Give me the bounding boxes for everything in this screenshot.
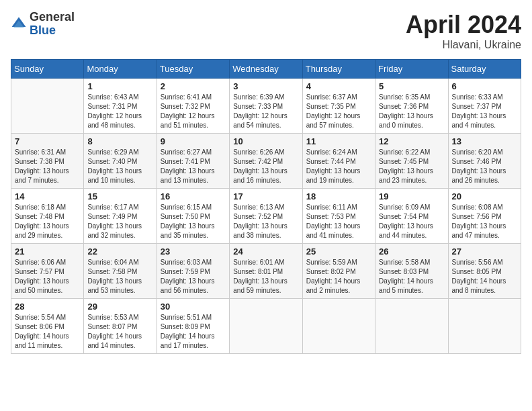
calendar-cell: 26Sunrise: 5:58 AMSunset: 8:03 PMDayligh… [375, 244, 448, 299]
calendar-cell: 9Sunrise: 6:27 AMSunset: 7:41 PMDaylight… [157, 134, 229, 189]
sunset-text: Sunset: 7:59 PM [161, 268, 210, 275]
day-info: Sunrise: 6:39 AMSunset: 7:33 PMDaylight:… [233, 93, 298, 130]
sunrise-text: Sunrise: 6:39 AM [233, 93, 284, 101]
calendar-cell: 16Sunrise: 6:15 AMSunset: 7:50 PMDayligh… [157, 189, 229, 244]
daylight-text: Daylight: 14 hours and 8 minutes. [452, 277, 506, 294]
calendar-cell: 5Sunrise: 6:35 AMSunset: 7:36 PMDaylight… [375, 79, 448, 134]
sunset-text: Sunset: 7:48 PM [15, 213, 64, 220]
daylight-text: Daylight: 13 hours and 7 minutes. [15, 167, 69, 184]
sunrise-text: Sunrise: 6:01 AM [233, 259, 284, 266]
title-location: Hlavani, Ukraine [406, 39, 521, 51]
day-info: Sunrise: 5:53 AMSunset: 8:07 PMDaylight:… [87, 313, 152, 351]
day-info: Sunrise: 5:56 AMSunset: 8:05 PMDaylight:… [452, 258, 517, 295]
logo: General Blue [11, 11, 75, 38]
calendar-cell [230, 299, 302, 354]
sunrise-text: Sunrise: 6:03 AM [161, 259, 212, 266]
calendar-cell: 27Sunrise: 5:56 AMSunset: 8:05 PMDayligh… [448, 244, 521, 299]
calendar-cell: 11Sunrise: 6:24 AMSunset: 7:44 PMDayligh… [302, 134, 375, 189]
calendar-cell: 20Sunrise: 6:08 AMSunset: 7:56 PMDayligh… [448, 189, 521, 244]
sunrise-text: Sunrise: 6:15 AM [161, 203, 212, 211]
sunset-text: Sunset: 8:03 PM [379, 268, 429, 275]
sunset-text: Sunset: 7:46 PM [452, 158, 502, 165]
sunset-text: Sunset: 7:57 PM [15, 268, 64, 275]
calendar-cell: 24Sunrise: 6:01 AMSunset: 8:01 PMDayligh… [230, 244, 302, 299]
day-number: 18 [306, 191, 371, 201]
day-info: Sunrise: 5:59 AMSunset: 8:02 PMDaylight:… [306, 258, 371, 295]
calendar-cell: 3Sunrise: 6:39 AMSunset: 7:33 PMDaylight… [230, 79, 302, 134]
day-number: 19 [379, 191, 444, 201]
title-block: April 2024 Hlavani, Ukraine [406, 11, 521, 51]
sunset-text: Sunset: 7:58 PM [87, 268, 137, 275]
daylight-text: Daylight: 13 hours and 26 minutes. [452, 167, 506, 184]
calendar-cell: 22Sunrise: 6:04 AMSunset: 7:58 PMDayligh… [84, 244, 157, 299]
sunrise-text: Sunrise: 6:33 AM [452, 93, 503, 101]
sunrise-text: Sunrise: 6:13 AM [233, 203, 284, 211]
sunrise-text: Sunrise: 6:08 AM [452, 203, 503, 211]
header-wednesday: Wednesday [230, 60, 302, 79]
sunset-text: Sunset: 7:54 PM [379, 213, 429, 220]
week-row-1: 1Sunrise: 6:43 AMSunset: 7:31 PMDaylight… [11, 79, 521, 134]
sunset-text: Sunset: 7:49 PM [87, 213, 137, 220]
calendar-cell: 1Sunrise: 6:43 AMSunset: 7:31 PMDaylight… [84, 79, 157, 134]
calendar-cell [448, 299, 521, 354]
daylight-text: Daylight: 14 hours and 2 minutes. [306, 277, 361, 294]
calendar-cell: 10Sunrise: 6:26 AMSunset: 7:42 PMDayligh… [230, 134, 302, 189]
day-info: Sunrise: 5:58 AMSunset: 8:03 PMDaylight:… [379, 258, 444, 295]
day-number: 16 [161, 191, 226, 201]
daylight-text: Daylight: 13 hours and 32 minutes. [87, 222, 142, 239]
day-number: 13 [452, 136, 517, 146]
day-info: Sunrise: 6:20 AMSunset: 7:46 PMDaylight:… [452, 148, 517, 185]
calendar-cell: 2Sunrise: 6:41 AMSunset: 7:32 PMDaylight… [157, 79, 229, 134]
sunrise-text: Sunrise: 6:43 AM [87, 93, 138, 101]
weekday-header-row: Sunday Monday Tuesday Wednesday Thursday… [11, 60, 521, 79]
sunrise-text: Sunrise: 5:56 AM [452, 259, 503, 266]
day-number: 25 [306, 246, 371, 257]
sunset-text: Sunset: 7:45 PM [379, 158, 429, 165]
daylight-text: Daylight: 13 hours and 56 minutes. [161, 277, 215, 294]
title-month: April 2024 [406, 11, 521, 39]
calendar-cell [11, 79, 84, 134]
week-row-5: 28Sunrise: 5:54 AMSunset: 8:06 PMDayligh… [11, 299, 521, 354]
daylight-text: Daylight: 14 hours and 5 minutes. [379, 277, 433, 294]
calendar-cell: 30Sunrise: 5:51 AMSunset: 8:09 PMDayligh… [157, 299, 229, 354]
sunrise-text: Sunrise: 6:26 AM [233, 148, 284, 156]
sunrise-text: Sunrise: 6:22 AM [379, 148, 430, 156]
day-number: 21 [15, 246, 80, 257]
day-info: Sunrise: 6:35 AMSunset: 7:36 PMDaylight:… [379, 93, 444, 130]
calendar-cell: 8Sunrise: 6:29 AMSunset: 7:40 PMDaylight… [84, 134, 157, 189]
day-number: 9 [161, 136, 226, 146]
logo-icon [11, 16, 27, 32]
logo-blue: Blue [30, 24, 75, 38]
daylight-text: Daylight: 13 hours and 38 minutes. [233, 222, 287, 239]
daylight-text: Daylight: 13 hours and 0 minutes. [379, 112, 433, 129]
calendar-cell: 25Sunrise: 5:59 AMSunset: 8:02 PMDayligh… [302, 244, 375, 299]
daylight-text: Daylight: 13 hours and 13 minutes. [161, 167, 215, 184]
calendar-cell: 12Sunrise: 6:22 AMSunset: 7:45 PMDayligh… [375, 134, 448, 189]
calendar-cell: 28Sunrise: 5:54 AMSunset: 8:06 PMDayligh… [11, 299, 84, 354]
daylight-text: Daylight: 13 hours and 50 minutes. [15, 277, 69, 294]
sunrise-text: Sunrise: 5:53 AM [87, 314, 138, 321]
day-info: Sunrise: 6:22 AMSunset: 7:45 PMDaylight:… [379, 148, 444, 185]
page-header: General Blue April 2024 Hlavani, Ukraine [11, 11, 521, 51]
daylight-text: Daylight: 12 hours and 51 minutes. [161, 112, 215, 129]
sunrise-text: Sunrise: 6:24 AM [306, 148, 357, 156]
calendar-cell: 6Sunrise: 6:33 AMSunset: 7:37 PMDaylight… [448, 79, 521, 134]
week-row-4: 21Sunrise: 6:06 AMSunset: 7:57 PMDayligh… [11, 244, 521, 299]
calendar-cell: 23Sunrise: 6:03 AMSunset: 7:59 PMDayligh… [157, 244, 229, 299]
sunrise-text: Sunrise: 6:06 AM [15, 259, 66, 266]
day-info: Sunrise: 6:37 AMSunset: 7:35 PMDaylight:… [306, 93, 371, 130]
sunset-text: Sunset: 7:53 PM [306, 213, 356, 220]
header-saturday: Saturday [448, 60, 521, 79]
day-info: Sunrise: 6:03 AMSunset: 7:59 PMDaylight:… [161, 258, 226, 295]
calendar-cell [375, 299, 448, 354]
daylight-text: Daylight: 13 hours and 19 minutes. [306, 167, 361, 184]
day-number: 15 [87, 191, 152, 201]
calendar-cell: 29Sunrise: 5:53 AMSunset: 8:07 PMDayligh… [84, 299, 157, 354]
sunrise-text: Sunrise: 6:20 AM [452, 148, 503, 156]
day-info: Sunrise: 6:24 AMSunset: 7:44 PMDaylight:… [306, 148, 371, 185]
sunrise-text: Sunrise: 5:59 AM [306, 259, 357, 266]
day-number: 12 [379, 136, 444, 146]
calendar-table: Sunday Monday Tuesday Wednesday Thursday… [11, 59, 521, 354]
day-info: Sunrise: 6:09 AMSunset: 7:54 PMDaylight:… [379, 203, 444, 240]
sunset-text: Sunset: 7:50 PM [161, 213, 210, 220]
